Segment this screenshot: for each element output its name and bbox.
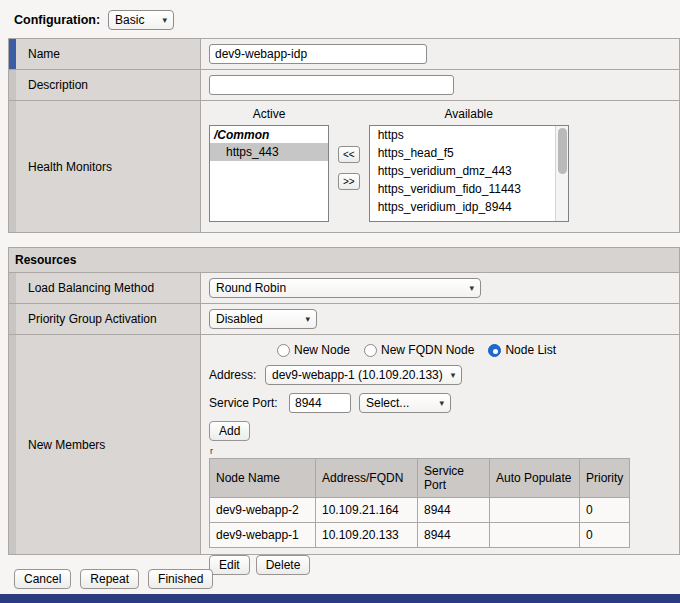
members-table-header-row: Node Name Address/FQDN Service Port Auto… xyxy=(210,459,630,498)
configuration-select[interactable]: Basic ▾ xyxy=(108,10,174,30)
cell-address: 10.109.21.164 xyxy=(316,498,418,523)
cell-priority: 0 xyxy=(580,498,630,523)
service-port-select-value: Select... xyxy=(366,396,409,410)
cell-node-name: dev9-webapp-1 xyxy=(210,523,316,548)
available-monitors-column: Available https https_head_f5 https_veri… xyxy=(369,104,569,222)
col-service-port: Service Port xyxy=(418,459,490,498)
health-monitors-label-cell: Health Monitors xyxy=(9,101,201,232)
monitor-group-label: /Common xyxy=(210,126,328,143)
col-priority: Priority xyxy=(580,459,630,498)
monitor-move-buttons: << >> xyxy=(338,146,360,222)
cancel-button[interactable]: Cancel xyxy=(14,569,71,589)
edit-button[interactable]: Edit xyxy=(209,555,250,575)
resources-title: Resources xyxy=(15,253,76,267)
cell-node-name: dev9-webapp-2 xyxy=(210,498,316,523)
description-row: Description xyxy=(9,70,679,101)
cell-port: 8944 xyxy=(418,523,490,548)
member-type-radio-group: New Node New FQDN Node Node List xyxy=(277,343,671,357)
health-monitors-row: Health Monitors Active /Common https_443… xyxy=(9,101,679,232)
available-monitor-option[interactable]: https_veridium_fido_11443 xyxy=(370,180,568,198)
stray-text: r xyxy=(210,446,671,456)
service-port-label: Service Port: xyxy=(209,396,289,410)
cell-auto-populate xyxy=(490,498,580,523)
resources-section-header: Resources xyxy=(8,247,680,272)
name-row: Name xyxy=(9,39,679,70)
load-balancing-select-value: Round Robin xyxy=(216,281,286,295)
member-edit-buttons: Edit Delete xyxy=(209,555,671,575)
name-label: Name xyxy=(28,47,60,61)
load-balancing-row: Load Balancing Method Round Robin ▾ xyxy=(9,273,679,304)
name-value-cell xyxy=(201,39,679,69)
description-input[interactable] xyxy=(209,75,454,95)
repeat-button[interactable]: Repeat xyxy=(80,569,139,589)
cell-port: 8944 xyxy=(418,498,490,523)
available-monitor-option[interactable]: https xyxy=(370,126,568,144)
available-monitor-option[interactable]: https_veridium_dmz_443 xyxy=(370,162,568,180)
priority-group-row: Priority Group Activation Disabled ▾ xyxy=(9,304,679,335)
radio-checked-icon xyxy=(488,344,501,357)
radio-new-node[interactable]: New Node xyxy=(277,343,350,357)
load-balancing-select[interactable]: Round Robin ▾ xyxy=(209,278,481,298)
name-label-cell: Name xyxy=(9,39,201,69)
table-row[interactable]: dev9-webapp-1 10.109.20.133 8944 0 xyxy=(210,523,630,548)
available-monitors-listbox[interactable]: https https_head_f5 https_veridium_dmz_4… xyxy=(369,125,569,222)
priority-group-select-value: Disabled xyxy=(216,312,263,326)
load-balancing-value-cell: Round Robin ▾ xyxy=(201,273,679,303)
col-node-name: Node Name xyxy=(210,459,316,498)
service-port-select[interactable]: Select... ▾ xyxy=(359,393,451,413)
table-row[interactable]: dev9-webapp-2 10.109.21.164 8944 0 xyxy=(210,498,630,523)
new-members-value-cell: New Node New FQDN Node Node List Address… xyxy=(201,335,679,554)
active-monitors-listbox[interactable]: /Common https_443 xyxy=(209,125,329,222)
address-row: Address: dev9-webapp-1 (10.109.20.133) ▾ xyxy=(209,365,671,385)
service-port-row: Service Port: Select... ▾ xyxy=(209,393,671,413)
scrollbar[interactable] xyxy=(555,126,568,221)
available-monitor-option[interactable]: https_head_f5 xyxy=(370,144,568,162)
new-members-label: New Members xyxy=(28,438,105,452)
finished-button[interactable]: Finished xyxy=(148,569,213,589)
footer-bar xyxy=(0,594,680,603)
new-members-row: New Members New Node New FQDN Node Node … xyxy=(9,335,679,554)
available-monitor-option[interactable]: https_veridium_idp_8944 xyxy=(370,198,568,216)
address-label: Address: xyxy=(209,368,265,382)
radio-icon xyxy=(364,344,377,357)
move-to-available-button[interactable]: >> xyxy=(338,173,360,190)
available-header: Available xyxy=(369,104,569,125)
move-to-active-button[interactable]: << xyxy=(338,146,360,163)
priority-group-label-cell: Priority Group Activation xyxy=(9,304,201,334)
description-label-cell: Description xyxy=(9,70,201,100)
active-monitors-column: Active /Common https_443 xyxy=(209,104,329,222)
health-monitors-value-cell: Active /Common https_443 << >> Available… xyxy=(201,101,679,232)
general-form: Name Description Health Monitors Active … xyxy=(8,38,680,233)
load-balancing-label: Load Balancing Method xyxy=(28,281,154,295)
active-header: Active xyxy=(209,104,329,125)
configuration-bar: Configuration: Basic ▾ xyxy=(0,0,680,38)
health-monitors-label: Health Monitors xyxy=(28,160,112,174)
active-monitor-option[interactable]: https_443 xyxy=(210,143,328,161)
service-port-input[interactable] xyxy=(289,393,351,413)
load-balancing-label-cell: Load Balancing Method xyxy=(9,273,201,303)
scrollbar-thumb[interactable] xyxy=(558,128,567,174)
radio-icon xyxy=(277,344,290,357)
new-members-label-cell: New Members xyxy=(9,335,201,554)
chevron-down-icon: ▾ xyxy=(469,284,474,293)
description-label: Description xyxy=(28,78,88,92)
col-address-fqdn: Address/FQDN xyxy=(316,459,418,498)
cell-address: 10.109.20.133 xyxy=(316,523,418,548)
delete-button[interactable]: Delete xyxy=(256,555,311,575)
priority-group-select[interactable]: Disabled ▾ xyxy=(209,309,317,329)
radio-new-fqdn-node[interactable]: New FQDN Node xyxy=(364,343,474,357)
name-input[interactable] xyxy=(209,44,427,64)
cell-priority: 0 xyxy=(580,523,630,548)
radio-new-node-label: New Node xyxy=(294,343,350,357)
chevron-down-icon: ▾ xyxy=(305,315,310,324)
address-select[interactable]: dev9-webapp-1 (10.109.20.133) ▾ xyxy=(265,365,462,385)
health-monitors-columns: Active /Common https_443 << >> Available… xyxy=(209,104,671,222)
radio-node-list[interactable]: Node List xyxy=(488,343,556,357)
configuration-label: Configuration: xyxy=(14,13,100,27)
priority-group-value-cell: Disabled ▾ xyxy=(201,304,679,334)
chevron-down-icon: ▾ xyxy=(439,399,444,408)
col-auto-populate: Auto Populate xyxy=(490,459,580,498)
description-value-cell xyxy=(201,70,679,100)
add-button[interactable]: Add xyxy=(209,421,250,441)
cell-auto-populate xyxy=(490,523,580,548)
